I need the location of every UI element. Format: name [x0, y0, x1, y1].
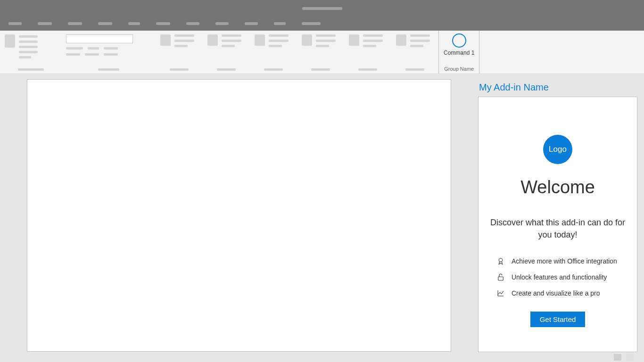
ribbon-button-placeholder[interactable]	[349, 34, 359, 46]
ribbon-control-placeholder[interactable]	[410, 40, 430, 42]
view-mode-button[interactable]	[614, 354, 621, 361]
ribbon-group-placeholder	[0, 31, 61, 74]
ribbon-group-placeholder	[297, 31, 344, 74]
ribbon-tab-placeholder[interactable]	[98, 22, 112, 25]
ribbon-tab-placeholder[interactable]	[128, 22, 140, 25]
welcome-heading: Welcome	[520, 177, 595, 197]
ribbon-control-placeholder[interactable]	[174, 34, 194, 37]
ribbon-tab-placeholder[interactable]	[156, 22, 170, 25]
ribbon-tab-placeholder[interactable]	[274, 22, 286, 25]
ribbon-control-placeholder[interactable]	[88, 47, 99, 49]
welcome-subtitle: Discover what this add-in can do for you…	[488, 216, 627, 241]
ribbon-button-placeholder[interactable]	[207, 34, 218, 46]
addin-command-label[interactable]: Command 1	[444, 49, 474, 56]
ribbon-group-placeholder	[391, 31, 438, 74]
feature-list: Achieve more with Office integration Unl…	[488, 257, 627, 297]
ribbon-button-placeholder[interactable]	[255, 34, 265, 46]
chart-icon	[496, 289, 505, 297]
feature-text: Unlock features and functionality	[512, 273, 607, 281]
ribbon-control-placeholder[interactable]	[363, 34, 383, 37]
ribbon-control-placeholder[interactable]	[19, 51, 38, 53]
get-started-button[interactable]: Get Started	[530, 312, 586, 327]
taskpane-container: My Add-in Name Logo Welcome Discover wha…	[478, 74, 644, 352]
ribbon: Command 1 Group Name	[0, 31, 644, 74]
ribbon-tab-placeholder[interactable]	[245, 22, 258, 25]
ribbon-control-placeholder[interactable]	[222, 45, 235, 47]
title-placeholder	[302, 7, 342, 10]
ribbon-control-placeholder[interactable]	[222, 40, 241, 42]
ribbon-control-placeholder[interactable]	[269, 40, 289, 42]
ribbon-tab-placeholder[interactable]	[302, 22, 321, 25]
unlock-icon	[496, 273, 505, 281]
taskpane-title: My Add-in Name	[478, 79, 637, 97]
ribbon-group-label-placeholder	[405, 68, 424, 71]
title-bar	[0, 0, 644, 16]
ribbon-control-placeholder[interactable]	[410, 45, 423, 47]
document-canvas[interactable]	[27, 79, 451, 352]
ribbon-button-placeholder[interactable]	[302, 34, 312, 46]
ribbon-control-placeholder[interactable]	[174, 45, 188, 47]
ribbon-group-label-placeholder	[98, 68, 119, 71]
ribbon-group-placeholder	[344, 31, 391, 74]
svg-point-0	[499, 258, 503, 262]
feature-item: Unlock features and functionality	[496, 273, 627, 281]
ribbon-control-placeholder[interactable]	[363, 40, 383, 42]
ribbon-control-placeholder[interactable]	[19, 35, 38, 38]
ribbon-tab-placeholder[interactable]	[186, 22, 199, 25]
ribbon-award-icon	[496, 257, 505, 265]
workspace: My Add-in Name Logo Welcome Discover wha…	[0, 74, 644, 352]
ribbon-group-label-placeholder	[264, 68, 283, 71]
ribbon-group-label-placeholder	[311, 68, 330, 71]
ribbon-control-placeholder[interactable]	[66, 47, 83, 49]
ribbon-control-placeholder[interactable]	[174, 40, 194, 42]
ribbon-control-placeholder[interactable]	[19, 56, 31, 58]
ribbon-tab-placeholder[interactable]	[8, 22, 22, 25]
ribbon-group-placeholder	[250, 31, 297, 74]
ribbon-group-label-placeholder	[217, 68, 236, 71]
svg-rect-1	[498, 277, 504, 280]
addin-command-icon[interactable]	[452, 33, 466, 48]
addin-group-label: Group Name	[444, 66, 474, 72]
ribbon-group-placeholder	[203, 31, 250, 74]
ribbon-group-label-placeholder	[18, 68, 44, 71]
ribbon-button-placeholder[interactable]	[396, 34, 406, 46]
status-bar	[0, 352, 644, 362]
ribbon-tab-placeholder[interactable]	[38, 22, 52, 25]
ribbon-control-placeholder[interactable]	[66, 53, 80, 56]
ribbon-group-label-placeholder	[358, 68, 377, 71]
ribbon-button-placeholder[interactable]	[160, 34, 171, 46]
ribbon-tabs	[0, 16, 644, 31]
ribbon-input-placeholder[interactable]	[66, 34, 133, 43]
ribbon-control-placeholder[interactable]	[19, 41, 38, 43]
feature-item: Create and visualize like a pro	[496, 289, 627, 297]
feature-item: Achieve more with Office integration	[496, 257, 627, 265]
feature-text: Create and visualize like a pro	[512, 289, 600, 297]
ribbon-tab-placeholder[interactable]	[68, 22, 82, 25]
ribbon-control-placeholder[interactable]	[316, 45, 329, 47]
document-area	[0, 74, 478, 352]
ribbon-control-placeholder[interactable]	[222, 34, 241, 37]
ribbon-control-placeholder[interactable]	[104, 53, 118, 56]
ribbon-group-label-placeholder	[170, 68, 189, 71]
addin-logo: Logo	[543, 135, 572, 164]
taskpane: Logo Welcome Discover what this add-in c…	[478, 97, 637, 352]
ribbon-control-placeholder[interactable]	[104, 47, 118, 49]
view-mode-button[interactable]	[626, 354, 634, 361]
ribbon-control-placeholder[interactable]	[85, 53, 99, 56]
ribbon-control-placeholder[interactable]	[410, 34, 430, 37]
ribbon-control-placeholder[interactable]	[269, 45, 282, 47]
ribbon-group-placeholder	[156, 31, 203, 74]
ribbon-control-placeholder[interactable]	[316, 40, 336, 42]
ribbon-control-placeholder[interactable]	[19, 46, 38, 48]
ribbon-control-placeholder[interactable]	[269, 34, 289, 37]
ribbon-control-placeholder[interactable]	[316, 34, 336, 37]
ribbon-tab-placeholder[interactable]	[215, 22, 229, 25]
feature-text: Achieve more with Office integration	[512, 257, 617, 265]
ribbon-button-placeholder[interactable]	[5, 34, 15, 48]
ribbon-group-placeholder	[61, 31, 156, 74]
ribbon-control-placeholder[interactable]	[363, 45, 376, 47]
ribbon-addin-group: Command 1 Group Name	[438, 31, 479, 74]
